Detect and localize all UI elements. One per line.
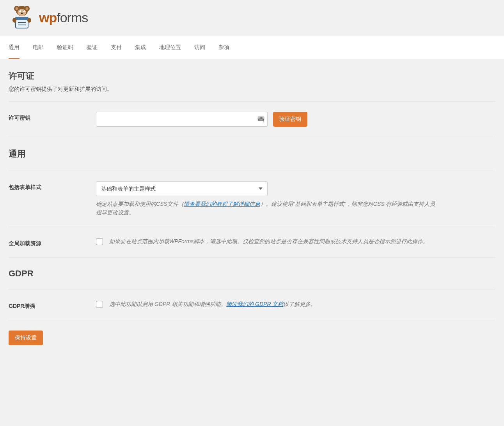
- settings-tabs: 通用 电邮 验证码 验证 支付 集成 地理位置 访问 杂项: [0, 35, 504, 59]
- svg-rect-22: [263, 117, 264, 118]
- desc-text-part: 选中此功能以启用 GDPR 相关功能和增强功能。: [109, 301, 226, 307]
- gdpr-docs-link[interactable]: 阅读我们的 GDPR 文档: [226, 301, 283, 307]
- divider: [9, 320, 495, 320]
- tab-geolocation[interactable]: 地理位置: [159, 35, 181, 59]
- tab-label: 集成: [135, 44, 146, 50]
- svg-point-4: [26, 7, 28, 10]
- svg-point-3: [16, 7, 18, 10]
- tab-access[interactable]: 访问: [194, 35, 205, 59]
- svg-point-10: [21, 12, 23, 14]
- gdpr-enhance-checkbox[interactable]: [96, 301, 103, 308]
- form-styling-help: 确定站点要加载和使用的CSS文件（请查看我们的教程了解详细信息）。建议使用"基础…: [96, 200, 439, 217]
- gdpr-enhance-label: GDPR增强: [9, 300, 96, 310]
- svg-text:1: 1: [263, 120, 264, 123]
- svg-rect-28: [259, 120, 263, 120]
- desc-text-part: 以了解更多。: [283, 301, 316, 307]
- svg-point-7: [20, 11, 21, 12]
- gdpr-enhance-row: GDPR增强 选中此功能以启用 GDPR 相关功能和增强功能。阅读我们的 GDP…: [9, 290, 495, 320]
- tab-label: 杂项: [218, 44, 229, 50]
- settings-content: 许可证 您的许可密钥提供了对更新和扩展的访问。 许可密钥 1 验证密钥 通用 包…: [0, 70, 504, 361]
- license-heading: 许可证: [9, 70, 495, 82]
- svg-point-5: [18, 9, 26, 16]
- svg-rect-12: [16, 17, 28, 20]
- global-assets-row: 全局加载资源 如果要在站点范围内加载WPForms脚本，请选中此项。仅检查您的站…: [9, 227, 495, 257]
- tab-label: 验证码: [57, 44, 73, 50]
- tab-label: 电邮: [33, 44, 44, 50]
- license-description: 您的许可密钥提供了对更新和扩展的访问。: [9, 86, 495, 93]
- tab-label: 支付: [111, 44, 122, 50]
- svg-rect-27: [263, 118, 264, 119]
- svg-rect-19: [259, 117, 260, 118]
- svg-rect-21: [262, 117, 263, 118]
- wpforms-wordmark: wpforms: [39, 10, 88, 25]
- gdpr-heading: GDPR: [9, 269, 495, 279]
- wpforms-mascot-icon: [8, 5, 36, 30]
- svg-point-9: [23, 11, 25, 12]
- tab-general[interactable]: 通用: [9, 35, 20, 59]
- svg-point-16: [27, 18, 31, 23]
- tab-captcha[interactable]: 验证码: [57, 35, 73, 59]
- global-assets-checkbox[interactable]: [96, 238, 103, 245]
- tab-integrations[interactable]: 集成: [135, 35, 146, 59]
- help-text-part: 确定站点要加载和使用的CSS文件（: [96, 201, 184, 207]
- form-styling-select[interactable]: 基础和表单的主题样式: [96, 181, 268, 196]
- license-key-row: 许可密钥 1 验证密钥: [9, 102, 495, 137]
- tab-label: 地理位置: [159, 44, 181, 50]
- tab-email[interactable]: 电邮: [33, 35, 44, 59]
- global-assets-description: 如果要在站点范围内加载WPForms脚本，请选中此项。仅检查您的站点是否存在兼容…: [109, 237, 428, 246]
- global-assets-label: 全局加载资源: [9, 237, 96, 247]
- form-styling-label: 包括表单样式: [9, 181, 96, 191]
- tab-validation[interactable]: 验证: [87, 35, 98, 59]
- verify-key-button[interactable]: 验证密钥: [273, 112, 307, 127]
- tab-label: 访问: [194, 44, 205, 50]
- tab-payments[interactable]: 支付: [111, 35, 122, 59]
- header-logo-bar: wpforms: [0, 0, 504, 35]
- general-heading: 通用: [9, 148, 495, 160]
- svg-point-15: [12, 18, 16, 23]
- wpforms-logo: wpforms: [8, 5, 496, 30]
- gdpr-enhance-description: 选中此功能以启用 GDPR 相关功能和增强功能。阅读我们的 GDPR 文档以了解…: [109, 300, 316, 309]
- tab-label: 通用: [9, 44, 20, 50]
- tab-misc[interactable]: 杂项: [218, 35, 229, 59]
- license-key-label: 许可密钥: [9, 112, 96, 122]
- svg-rect-23: [258, 118, 259, 119]
- svg-rect-20: [261, 117, 261, 118]
- tab-label: 验证: [87, 44, 98, 50]
- svg-rect-18: [258, 117, 259, 118]
- svg-rect-26: [262, 118, 263, 119]
- svg-rect-25: [261, 118, 261, 119]
- license-key-input[interactable]: [96, 112, 268, 127]
- divider: [9, 137, 495, 137]
- divider: [9, 257, 495, 258]
- svg-rect-24: [259, 118, 260, 119]
- form-styling-tutorial-link[interactable]: 请查看我们的教程了解详细信息: [184, 201, 260, 207]
- keyboard-icon: 1: [257, 116, 264, 122]
- save-settings-button[interactable]: 保持设置: [9, 331, 43, 345]
- form-styling-row: 包括表单样式 基础和表单的主题样式 确定站点要加载和使用的CSS文件（请查看我们…: [9, 171, 495, 227]
